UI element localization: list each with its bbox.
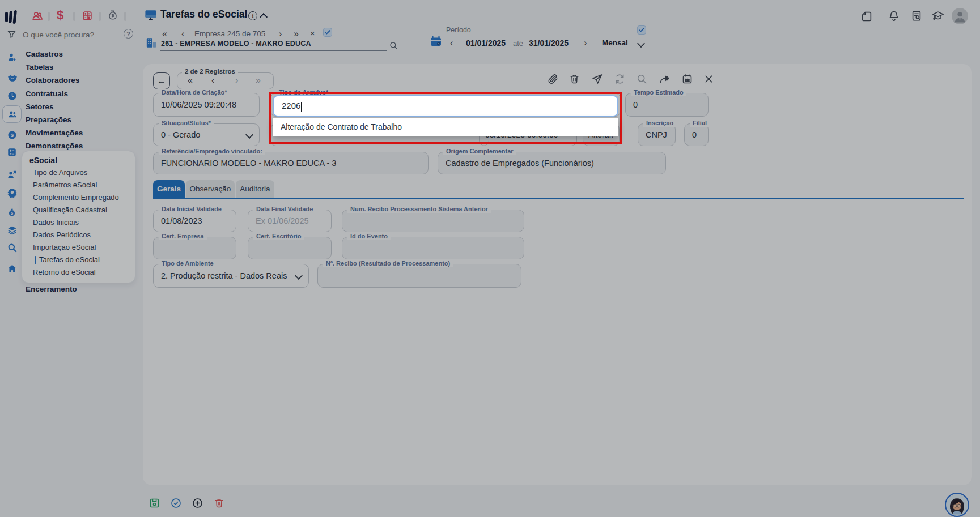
bell-icon[interactable] bbox=[888, 10, 900, 22]
close-icon[interactable] bbox=[703, 73, 715, 85]
company-checkbox[interactable] bbox=[323, 28, 332, 37]
money-bag-icon[interactable] bbox=[107, 9, 119, 22]
company-next-icon[interactable]: › bbox=[279, 29, 282, 39]
submenu-item-dados-periodicos[interactable]: Dados Periódicos bbox=[33, 230, 91, 239]
search-input[interactable] bbox=[22, 28, 112, 41]
rail-gear-icon[interactable] bbox=[7, 187, 17, 197]
period-start-date[interactable]: 01/01/2025 bbox=[466, 39, 506, 48]
field-tempo-estimado[interactable]: Tempo Estimado 0 bbox=[625, 93, 709, 117]
submenu-item-importacao-esocial[interactable]: Importação eSocial bbox=[33, 243, 96, 251]
sidebar-item-setores[interactable]: Setores bbox=[26, 102, 54, 111]
search-record-icon[interactable] bbox=[636, 73, 648, 85]
rail-person-settings-icon[interactable] bbox=[7, 52, 17, 62]
field-data-hora-criacao[interactable]: Data/Hora de Criação* 10/06/2025 09:20:4… bbox=[153, 93, 260, 117]
sidebar-item-preparacoes[interactable]: Preparações bbox=[26, 116, 71, 124]
submenu-item-complemento-empregado[interactable]: Complemento Empregado bbox=[33, 193, 119, 202]
assistant-avatar[interactable] bbox=[945, 493, 969, 517]
sidebar-item-encerramento[interactable]: Encerramento bbox=[26, 285, 77, 293]
period-mode-select[interactable]: Mensal bbox=[602, 39, 628, 47]
company-last-icon[interactable]: » bbox=[294, 29, 299, 39]
delete-icon[interactable] bbox=[569, 73, 580, 85]
confirm-button[interactable] bbox=[170, 497, 182, 509]
period-prev-icon[interactable]: ‹ bbox=[450, 39, 453, 48]
back-button[interactable]: ← bbox=[153, 72, 170, 89]
save-button[interactable] bbox=[149, 497, 160, 509]
field-placeholder: Ex 01/06/2025 bbox=[256, 216, 309, 225]
tab-observacao[interactable]: Observação bbox=[186, 180, 235, 198]
record-next-icon[interactable]: › bbox=[235, 76, 238, 85]
info-icon[interactable]: i bbox=[248, 11, 257, 20]
sidebar-item-tabelas[interactable]: Tabelas bbox=[26, 63, 53, 71]
company-clear-icon[interactable]: × bbox=[310, 29, 315, 38]
submenu-item-tipo-de-arquivos[interactable]: Tipo de Arquivos bbox=[33, 168, 87, 177]
submenu-item-retorno-do-esocial[interactable]: Retorno do eSocial bbox=[33, 268, 96, 276]
collapse-chevron-icon[interactable] bbox=[260, 13, 268, 21]
period-checkbox[interactable] bbox=[637, 25, 646, 35]
company-prev-icon[interactable]: ‹ bbox=[181, 29, 184, 39]
field-inscricao[interactable]: Inscrição CNPJ bbox=[638, 123, 676, 146]
calculator-icon[interactable] bbox=[81, 10, 94, 22]
field-origem-complementar[interactable]: Origem Complementar Cadastro de Empregad… bbox=[438, 152, 666, 174]
submenu-item-dados-iniciais[interactable]: Dados Iniciais bbox=[33, 218, 79, 227]
rail-calculator-icon[interactable] bbox=[7, 147, 17, 157]
field-situacao-status[interactable]: Situação/Status* 0 - Gerado bbox=[153, 123, 260, 146]
record-last-icon[interactable]: » bbox=[256, 76, 261, 85]
sidebar-item-cadastros[interactable]: Cadastros bbox=[26, 50, 63, 58]
notes-icon[interactable] bbox=[860, 10, 873, 23]
submenu-item-tarefas-do-esocial[interactable]: Tarefas do eSocial bbox=[39, 255, 100, 264]
rail-clock-icon[interactable] bbox=[7, 91, 17, 101]
graduation-cap-icon[interactable] bbox=[931, 10, 945, 22]
field-n-recibo-resultado[interactable]: Nº. Recibo (Resultado de Processamento) bbox=[317, 264, 521, 288]
field-data-final-validade[interactable]: Data Final Validade Ex 01/06/2025 bbox=[248, 210, 332, 232]
rail-people-icon[interactable] bbox=[7, 109, 18, 119]
send-icon[interactable] bbox=[591, 73, 603, 85]
forward-icon[interactable] bbox=[659, 73, 671, 85]
rail-money-bag-icon[interactable]: $ bbox=[7, 207, 17, 217]
tab-auditoria[interactable]: Auditoria bbox=[236, 180, 274, 198]
field-filial[interactable]: Filial 0 bbox=[684, 123, 709, 146]
delete-record-button[interactable] bbox=[213, 497, 225, 509]
monitor-icon bbox=[144, 8, 158, 22]
field-id-evento[interactable]: Id do Evento bbox=[342, 237, 524, 259]
sidebar-item-demonstracoes[interactable]: Demonstrações bbox=[26, 142, 83, 150]
company-first-icon[interactable]: « bbox=[162, 29, 167, 39]
tab-gerais[interactable]: Gerais bbox=[153, 180, 185, 198]
field-referencia-empregado[interactable]: Referência/Empregado vinculado: FUNCIONA… bbox=[153, 152, 429, 174]
field-tipo-ambiente[interactable]: Tipo de Ambiente 2. Produção restrita - … bbox=[153, 264, 309, 288]
submenu-item-parametros-esocial[interactable]: Parâmetros eSocial bbox=[33, 181, 97, 189]
tipo-arquivo-dropdown-option[interactable]: Alteração de Contrato de Trabalho bbox=[273, 118, 618, 136]
chevron-down-icon[interactable] bbox=[245, 131, 253, 139]
calendar-icon[interactable] bbox=[681, 73, 693, 85]
user-avatar[interactable] bbox=[952, 8, 968, 24]
sidebar-item-colaboradores[interactable]: Colaboradores bbox=[26, 76, 79, 84]
sidebar-item-movimentacoes[interactable]: Movimentações bbox=[26, 129, 83, 137]
attachment-icon[interactable] bbox=[547, 73, 559, 85]
refresh-icon[interactable] bbox=[614, 73, 626, 85]
chevron-down-icon[interactable] bbox=[295, 272, 303, 280]
field-num-recibo-anterior[interactable]: Num. Recibo Processamento Sistema Anteri… bbox=[342, 210, 524, 232]
period-end-date[interactable]: 31/01/2025 bbox=[529, 39, 569, 48]
period-next-icon[interactable]: › bbox=[584, 39, 587, 48]
employees-icon[interactable] bbox=[31, 10, 44, 22]
rail-search-icon[interactable] bbox=[7, 242, 17, 253]
sidebar-item-contratuais[interactable]: Contratuais bbox=[26, 89, 68, 98]
field-cert-empresa[interactable]: Cert. Empresa bbox=[153, 237, 236, 259]
finance-dollar-icon[interactable]: $ bbox=[57, 8, 63, 23]
company-search-icon[interactable] bbox=[389, 41, 398, 50]
record-prev-icon[interactable]: ‹ bbox=[211, 76, 214, 85]
rail-home-icon[interactable] bbox=[7, 263, 17, 274]
rail-layers-icon[interactable] bbox=[7, 225, 17, 235]
record-first-icon[interactable]: « bbox=[188, 76, 193, 85]
field-cert-escritorio[interactable]: Cert. Escritório bbox=[248, 237, 332, 259]
submenu-item-qualificacao-cadastral[interactable]: Qualificação Cadastral bbox=[33, 206, 107, 214]
rail-handshake-icon[interactable] bbox=[7, 72, 17, 83]
filter-icon[interactable] bbox=[7, 29, 16, 39]
field-data-inicial-validade[interactable]: Data Inicial Validade 01/08/2023 bbox=[153, 210, 236, 232]
document-search-icon[interactable] bbox=[910, 10, 923, 22]
rail-person-growth-icon[interactable] bbox=[7, 169, 17, 180]
help-icon[interactable]: ? bbox=[124, 29, 133, 39]
period-mode-chevron-icon[interactable] bbox=[637, 40, 645, 48]
rail-dollar-icon[interactable]: $ bbox=[7, 130, 17, 140]
add-button[interactable] bbox=[192, 497, 203, 509]
tipo-arquivo-input[interactable]: 2206 bbox=[273, 95, 618, 117]
